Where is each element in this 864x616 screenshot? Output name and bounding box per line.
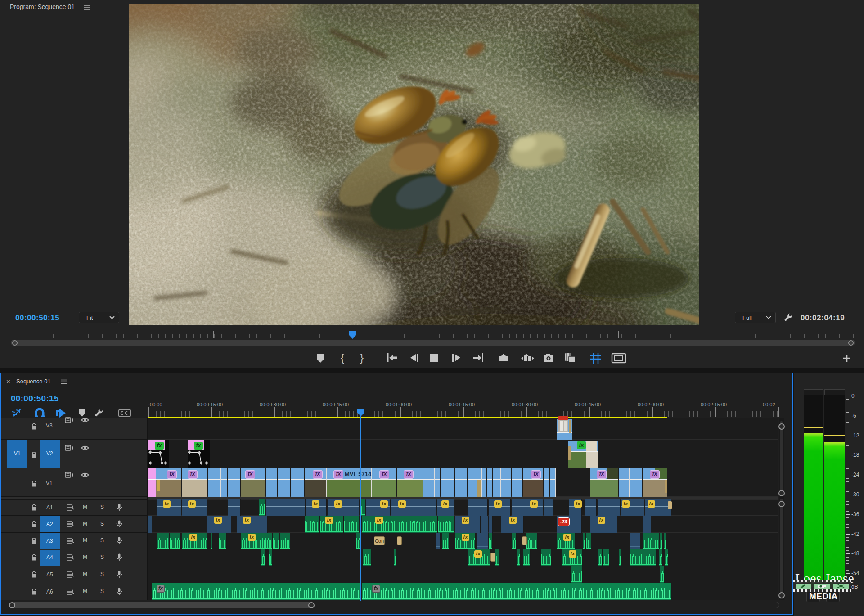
- svg-text:}: }: [360, 352, 364, 364]
- svg-text:{: {: [341, 352, 344, 364]
